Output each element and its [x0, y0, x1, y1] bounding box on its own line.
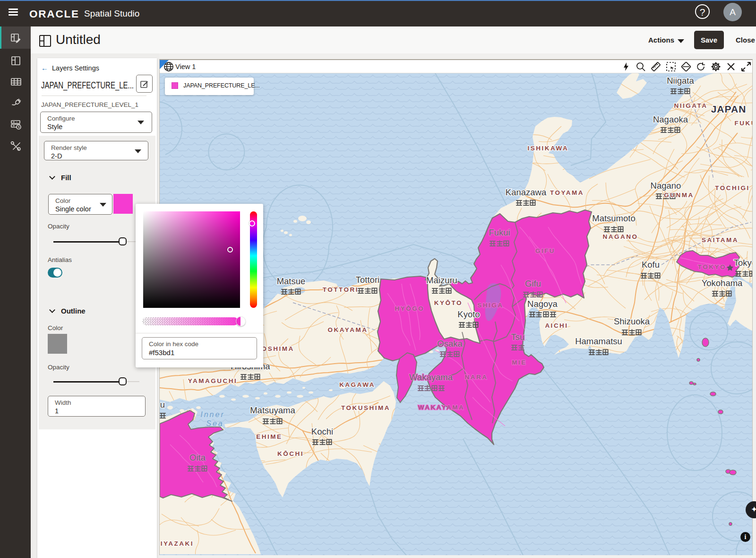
- svg-text:HYŌGO: HYŌGO: [395, 305, 425, 312]
- svg-text:Niigata: Niigata: [667, 76, 694, 86]
- svg-text:Nagano: Nagano: [651, 181, 681, 191]
- svg-text:Yokohama: Yokohama: [702, 278, 743, 288]
- svg-text:AICHI: AICHI: [545, 322, 568, 329]
- svg-text:WAKAYAMA: WAKAYAMA: [418, 404, 465, 411]
- svg-text:ISHIKAWA: ISHIKAWA: [528, 145, 569, 152]
- svg-text:NARA: NARA: [465, 374, 488, 381]
- svg-text:Kyoto: Kyoto: [457, 309, 480, 319]
- svg-text:YAMAGUCHI: YAMAGUCHI: [188, 377, 238, 384]
- svg-text:TOKYO: TOKYO: [698, 263, 726, 270]
- svg-text:EHIME: EHIME: [256, 433, 282, 440]
- svg-text:MIYAZAKI: MIYAZAKI: [160, 540, 194, 547]
- svg-text:TOYAMA: TOYAMA: [550, 189, 584, 196]
- svg-text:Wakayama: Wakayama: [409, 372, 453, 382]
- svg-text:SHIGA: SHIGA: [477, 302, 503, 309]
- svg-text:Osaka: Osaka: [437, 339, 463, 349]
- svg-text:Sea: Sea: [206, 419, 223, 427]
- svg-text:Tsu: Tsu: [511, 332, 525, 342]
- svg-text:GIFU: GIFU: [535, 247, 555, 254]
- svg-text:KYŌTO: KYŌTO: [434, 299, 463, 306]
- svg-text:Maizuru: Maizuru: [426, 275, 457, 285]
- svg-text:u: u: [160, 400, 165, 410]
- svg-text:Fukui: Fukui: [489, 227, 510, 237]
- svg-text:Hamamatsu: Hamamatsu: [575, 336, 622, 346]
- svg-text:Shizuoka: Shizuoka: [614, 316, 650, 326]
- svg-text:Matsumoto: Matsumoto: [592, 213, 636, 223]
- svg-text:GUNMA: GUNMA: [664, 192, 694, 199]
- svg-text:FUKUS: FUKUS: [735, 120, 753, 127]
- svg-text:Nagaoka: Nagaoka: [653, 114, 688, 124]
- svg-text:Tokyo: Tokyo: [734, 258, 752, 268]
- svg-text:TOCHIGI: TOCHIGI: [715, 184, 750, 192]
- svg-text:KŌCHI: KŌCHI: [277, 450, 304, 457]
- svg-text:NAGANO: NAGANO: [603, 233, 638, 240]
- svg-text:Kofu: Kofu: [642, 260, 660, 270]
- svg-text:Oita: Oita: [189, 453, 206, 462]
- svg-text:Kanazawa: Kanazawa: [506, 187, 547, 197]
- svg-text:SAITAMA: SAITAMA: [702, 236, 739, 244]
- svg-text:Gifu: Gifu: [525, 279, 541, 288]
- svg-text:TOTTORI: TOTTORI: [323, 286, 359, 293]
- svg-text:Kochi: Kochi: [311, 427, 333, 436]
- svg-text:KAGAWA: KAGAWA: [339, 381, 375, 388]
- svg-text:Tottori: Tottori: [356, 275, 379, 285]
- svg-text:Matsue: Matsue: [277, 276, 306, 286]
- svg-text:OKAYAMA: OKAYAMA: [328, 326, 368, 333]
- svg-text:MIE: MIE: [512, 359, 527, 366]
- svg-text:JAPAN: JAPAN: [711, 104, 747, 114]
- svg-text:NIIGATA: NIIGATA: [674, 102, 708, 109]
- svg-text:Inner: Inner: [200, 410, 224, 418]
- svg-text:Nagoya: Nagoya: [527, 299, 558, 309]
- svg-text:Matsuyama: Matsuyama: [250, 405, 295, 415]
- svg-text:TOKUSHIMA: TOKUSHIMA: [341, 404, 390, 411]
